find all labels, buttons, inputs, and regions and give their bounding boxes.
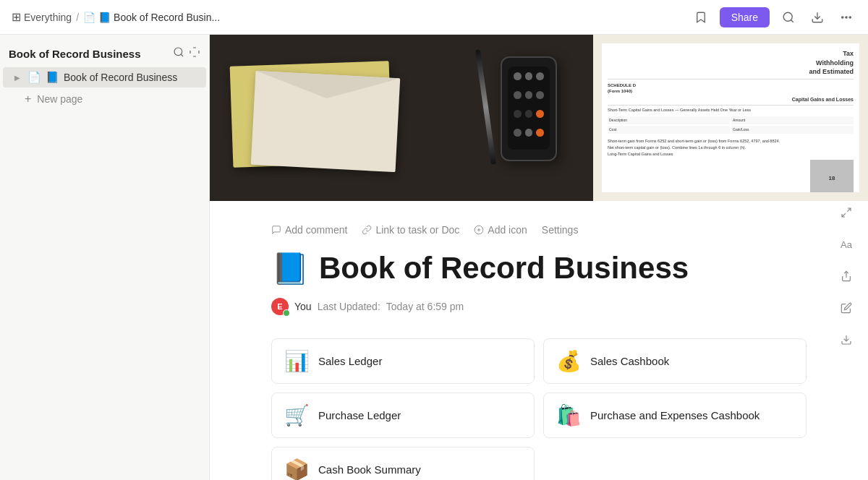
- purchase-ledger-label: Purchase Ledger: [318, 409, 401, 421]
- phone-screen: [508, 67, 550, 150]
- add-comment-button[interactable]: Add comment: [271, 224, 347, 236]
- cashbook-summary-icon: 📦: [284, 458, 310, 480]
- add-icon-button[interactable]: Add icon: [474, 224, 527, 236]
- bookmark-button[interactable]: [691, 7, 711, 27]
- settings-button[interactable]: Settings: [542, 224, 579, 236]
- author-name: You: [294, 301, 312, 312]
- sidebar-item-label: Book of Record Business: [64, 72, 177, 83]
- author-avatar: E: [271, 298, 289, 315]
- share-right-button[interactable]: [836, 266, 856, 286]
- app-icon: ⊞: [12, 10, 21, 24]
- sidebar-doc-type-icon: 📄: [27, 71, 41, 84]
- phone: [501, 56, 557, 161]
- doc-grid: 📊 Sales Ledger 💰 Sales Cashbook 🛒 Purcha…: [271, 338, 807, 480]
- topbar-actions: Share: [691, 7, 856, 27]
- pen: [475, 49, 496, 164]
- doc-breadcrumb-icon2: 📘: [98, 12, 111, 23]
- export-right-button[interactable]: [836, 330, 856, 350]
- sidebar: Book of Record Business ▶ 📄 📘 Book of Re…: [0, 35, 210, 480]
- tax-cell-2: Amount: [731, 116, 854, 124]
- last-updated-value: Today at 6:59 pm: [386, 301, 464, 312]
- author-row: E You Last Updated: Today at 6:59 pm: [271, 298, 807, 315]
- last-updated-label: Last Updated:: [318, 301, 380, 312]
- envelope-flap: [254, 71, 401, 118]
- plus-icon: +: [25, 93, 31, 106]
- tax-title: TaxWithholdingand Estimated: [608, 49, 854, 77]
- online-badge: [283, 309, 290, 317]
- tax-year-box: 18: [810, 160, 854, 192]
- tax-cell-3: Cost: [608, 126, 730, 134]
- tax-document: TaxWithholdingand Estimated SCHEDULE D(F…: [602, 43, 859, 192]
- workspace-label: Everything: [24, 12, 72, 23]
- sidebar-title: Book of Record Business: [9, 48, 141, 60]
- purchase-ledger-icon: 🛒: [284, 403, 310, 427]
- cover-right: TaxWithholdingand Estimated SCHEDULE D(F…: [593, 35, 868, 201]
- expand-button[interactable]: [836, 202, 856, 223]
- svg-point-2: [842, 16, 843, 17]
- purchase-expenses-icon: 🛍️: [556, 403, 582, 427]
- sales-cashbook-label: Sales Cashbook: [590, 355, 669, 367]
- page-title: Book of Record Business: [319, 250, 689, 286]
- link-to-task-button[interactable]: Link to task or Doc: [362, 224, 459, 236]
- page-emoji: 📘: [271, 251, 309, 286]
- topbar: ⊞ Everything / 📄 📘 Book of Record Busin.…: [0, 0, 868, 35]
- tax-year: Capital Gains and Losses: [608, 96, 854, 103]
- purchase-expenses-label: Purchase and Expenses Cashbook: [590, 409, 760, 421]
- sales-ledger-icon: 📊: [284, 349, 310, 373]
- sidebar-item-emoji: 📘: [46, 71, 59, 84]
- doc-toolbar: Add comment Link to task or Doc Add icon…: [271, 224, 807, 236]
- tax-cell-1: Description: [608, 116, 730, 124]
- tax-instructions: Short-Term Capital Gains and Losses — Ge…: [608, 108, 854, 113]
- workspace-breadcrumb[interactable]: ⊞ Everything: [12, 10, 72, 24]
- sales-ledger-label: Sales Ledger: [318, 355, 382, 367]
- breadcrumb: ⊞ Everything / 📄 📘 Book of Record Busin.…: [12, 10, 220, 24]
- breadcrumb-separator: /: [76, 12, 79, 23]
- doc-card-purchase-ledger[interactable]: 🛒 Purchase Ledger: [271, 393, 535, 438]
- svg-point-0: [783, 12, 792, 21]
- doc-breadcrumb-icon: 📄: [83, 12, 95, 23]
- sidebar-header: Book of Record Business: [0, 40, 209, 67]
- sidebar-header-icons: [173, 46, 200, 61]
- doc-card-purchase-expenses[interactable]: 🛍️ Purchase and Expenses Cashbook: [543, 393, 807, 438]
- font-label: Aa: [841, 239, 852, 250]
- font-button[interactable]: Aa: [836, 234, 856, 254]
- right-toolbar: Aa: [836, 202, 856, 350]
- search-button[interactable]: [778, 7, 799, 27]
- share-button[interactable]: Share: [720, 7, 770, 27]
- doc-card-sales-cashbook[interactable]: 💰 Sales Cashbook: [543, 338, 807, 384]
- doc-breadcrumb-title: Book of Record Busin...: [114, 12, 220, 23]
- page-title-row: 📘 Book of Record Business: [271, 250, 807, 286]
- content-area: TaxWithholdingand Estimated SCHEDULE D(F…: [210, 35, 868, 480]
- new-page-label: New page: [37, 93, 82, 105]
- cashbook-summary-label: Cash Book Summary: [318, 463, 421, 476]
- sidebar-search-button[interactable]: [173, 46, 184, 61]
- svg-point-4: [849, 16, 851, 17]
- envelope-white: [251, 71, 401, 172]
- sales-cashbook-icon: 💰: [556, 349, 582, 373]
- more-button[interactable]: [836, 7, 856, 27]
- edit-right-button[interactable]: [836, 298, 856, 318]
- tax-grid: Description Amount Cost Gain/Loss: [608, 116, 854, 134]
- doc-breadcrumb[interactable]: 📄 📘 Book of Record Busin...: [83, 12, 220, 23]
- tax-section: SCHEDULE D(Form 1040): [608, 82, 854, 95]
- tax-cell-4: Gain/Loss: [731, 126, 854, 134]
- sidebar-chevron-icon: ▶: [14, 74, 23, 82]
- sidebar-collapse-button[interactable]: [189, 46, 200, 61]
- sidebar-item-book-record[interactable]: ▶ 📄 📘 Book of Record Business: [3, 67, 206, 87]
- cover-left: [210, 35, 593, 201]
- svg-point-5: [174, 48, 182, 56]
- doc-card-cashbook-summary[interactable]: 📦 Cash Book Summary: [271, 447, 535, 480]
- tax-details: Short-term gain from Forms 6252 and shor…: [608, 138, 854, 157]
- cover-image: TaxWithholdingand Estimated SCHEDULE D(F…: [210, 35, 868, 201]
- doc-card-sales-ledger[interactable]: 📊 Sales Ledger: [271, 338, 535, 384]
- new-page-button[interactable]: + New page: [3, 89, 206, 109]
- main-layout: Book of Record Business ▶ 📄 📘 Book of Re…: [0, 35, 868, 480]
- download-button[interactable]: [807, 7, 827, 27]
- page-content: Add comment Link to task or Doc Add icon…: [228, 201, 850, 480]
- svg-point-3: [846, 16, 847, 17]
